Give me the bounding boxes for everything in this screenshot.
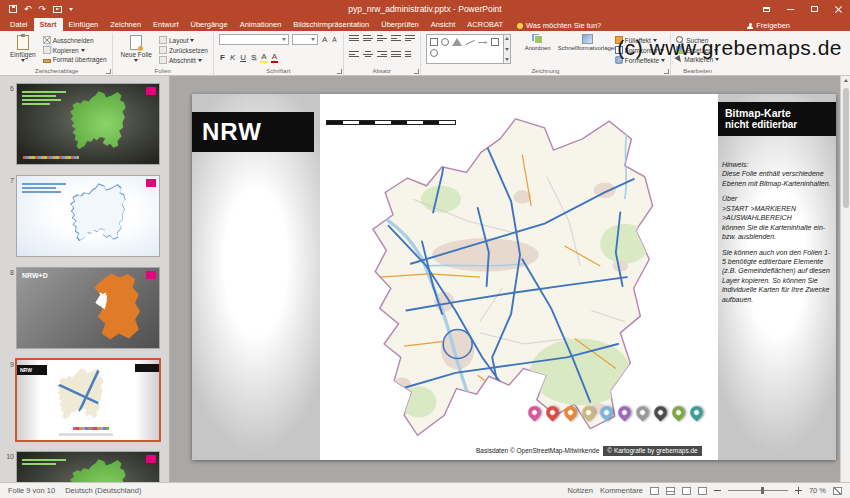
underline-button[interactable]: U <box>239 53 247 62</box>
line-spacing-icon[interactable] <box>405 34 415 42</box>
minimize-button[interactable] <box>778 0 802 18</box>
scroll-up-icon[interactable] <box>844 79 848 82</box>
indent-increase-icon[interactable] <box>391 34 401 42</box>
highlight-color-button[interactable]: A <box>260 52 267 63</box>
tab-entwurf[interactable]: Entwurf <box>147 18 184 31</box>
zoom-out-icon[interactable] <box>714 490 721 491</box>
share-button[interactable]: Freigeben <box>747 21 850 31</box>
tab-start[interactable]: Start <box>34 18 63 31</box>
shapes-gallery-scroll[interactable] <box>504 34 511 64</box>
tab-ueberpruefen[interactable]: Überprüfen <box>375 18 425 31</box>
tab-einfuegen[interactable]: Einfügen <box>63 18 105 31</box>
slide-thumbnail-10[interactable] <box>17 452 159 482</box>
grow-font-button[interactable]: A <box>321 35 328 44</box>
close-button[interactable] <box>826 0 850 18</box>
tab-acrobat[interactable]: ACROBAT <box>461 18 509 31</box>
section-button[interactable]: Abschnitt <box>159 56 208 64</box>
shape-circle-icon[interactable] <box>441 38 449 46</box>
reading-view-icon[interactable] <box>682 487 691 495</box>
shape-triangle-icon[interactable] <box>452 38 462 46</box>
notes-toggle[interactable]: Notizen <box>568 486 593 495</box>
tab-animationen[interactable]: Animationen <box>234 18 288 31</box>
slide-title-box[interactable]: NRW <box>192 112 314 152</box>
slide-canvas[interactable]: NRW <box>192 94 836 460</box>
tab-datei[interactable]: Datei <box>4 18 34 31</box>
slide-editor-area[interactable]: NRW <box>170 76 850 482</box>
qat-customize-icon[interactable] <box>69 8 73 11</box>
shape-arrow-icon[interactable] <box>478 41 488 44</box>
shape-line-icon[interactable] <box>465 40 474 45</box>
slide-thumbnail-7[interactable] <box>17 176 159 256</box>
font-size-combo[interactable] <box>292 34 318 45</box>
fit-to-window-icon[interactable] <box>833 487 842 495</box>
nrw-osm-map[interactable] <box>320 110 700 442</box>
dialog-launcher-icon[interactable] <box>106 69 111 74</box>
text-shadow-button[interactable]: S <box>250 53 257 62</box>
dialog-launcher-icon[interactable] <box>414 69 419 74</box>
hint-text-block[interactable]: Hinweis: Diese Folie enthält verschieden… <box>722 160 832 310</box>
layout-button[interactable]: Layout <box>159 36 208 44</box>
shape-rectangle-icon[interactable] <box>430 38 438 46</box>
slide-thumbnail-9-selected[interactable]: NRW <box>17 360 159 440</box>
shape-ellipse-icon[interactable] <box>430 49 438 57</box>
gallery-more-icon[interactable] <box>505 58 509 61</box>
note-box[interactable]: Bitmap-Karte nicht editierbar <box>718 102 836 136</box>
map-pin-icon <box>633 403 651 421</box>
redo-icon[interactable]: ↷ <box>39 0 47 18</box>
shape-square-icon[interactable] <box>491 38 499 46</box>
scrollbar-thumb[interactable] <box>843 88 849 208</box>
slideshow-view-icon[interactable] <box>698 487 707 495</box>
tell-me-box[interactable]: Was möchten Sie tun? <box>517 21 601 31</box>
copy-button[interactable]: Kopieren <box>43 46 107 54</box>
cut-button[interactable]: Ausschneiden <box>43 36 107 44</box>
numbering-icon[interactable] <box>363 34 373 42</box>
justify-icon[interactable] <box>391 50 401 58</box>
quick-styles-button[interactable]: Schnellformatvorlagen <box>565 34 611 51</box>
slide-thumbnail-6[interactable] <box>17 84 159 164</box>
zoom-level[interactable]: 70 % <box>809 486 826 495</box>
align-right-icon[interactable] <box>377 50 387 58</box>
tab-bildschirmpraesentation[interactable]: Bildschirmpräsentation <box>287 18 375 31</box>
font-name-combo[interactable] <box>219 34 289 45</box>
lightbulb-icon <box>517 23 523 29</box>
slide-sorter-view-icon[interactable] <box>666 487 675 495</box>
gallery-scroll-up-icon[interactable] <box>505 37 509 40</box>
new-slide-button[interactable]: Neue Folie <box>118 34 155 63</box>
columns-icon[interactable] <box>405 50 415 58</box>
paste-button[interactable]: Einfügen <box>7 34 39 63</box>
format-painter-button[interactable]: Format übertragen <box>43 56 107 63</box>
zoom-slider-knob[interactable] <box>761 487 764 494</box>
bullets-icon[interactable] <box>349 34 359 42</box>
maximize-button[interactable] <box>802 0 826 18</box>
bold-button[interactable]: F <box>219 53 226 62</box>
vertical-scrollbar[interactable] <box>840 76 850 482</box>
tab-uebergaenge[interactable]: Übergänge <box>185 18 234 31</box>
arrange-button[interactable]: Anordnen <box>515 34 561 51</box>
zoom-slider[interactable] <box>728 490 788 491</box>
tab-ansicht[interactable]: Ansicht <box>425 18 462 31</box>
ribbon-group-clipboard: Einfügen Ausschneiden Kopieren Format üb… <box>2 33 113 75</box>
ribbon-tab-bar: Datei Start Einfügen Zeichnen Entwurf Üb… <box>0 18 850 31</box>
shrink-font-button[interactable]: A <box>331 35 337 44</box>
reset-button[interactable]: Zurücksetzen <box>159 46 208 54</box>
align-left-icon[interactable] <box>349 50 359 58</box>
thumbnail-text-lines <box>22 183 66 195</box>
font-color-button[interactable]: A <box>271 52 278 63</box>
indent-decrease-icon[interactable] <box>377 34 387 42</box>
start-presentation-icon[interactable] <box>53 6 62 13</box>
dialog-launcher-icon[interactable] <box>337 69 342 74</box>
shapes-gallery[interactable] <box>426 34 504 64</box>
comments-toggle[interactable]: Kommentare <box>600 486 643 495</box>
slide-thumbnail-8[interactable]: NRW+D <box>17 268 159 348</box>
save-icon[interactable] <box>9 5 17 13</box>
align-center-icon[interactable] <box>363 50 373 58</box>
italic-button[interactable]: K <box>229 53 236 62</box>
ribbon-display-options-button[interactable] <box>754 0 778 18</box>
zoom-in-icon[interactable] <box>795 487 802 494</box>
tab-zeichnen[interactable]: Zeichnen <box>104 18 147 31</box>
dialog-launcher-icon[interactable] <box>664 69 669 74</box>
gallery-scroll-down-icon[interactable] <box>505 48 509 51</box>
normal-view-icon[interactable] <box>650 487 659 495</box>
language-indicator[interactable]: Deutsch (Deutschland) <box>65 486 141 495</box>
undo-icon[interactable]: ↶ <box>24 0 32 18</box>
